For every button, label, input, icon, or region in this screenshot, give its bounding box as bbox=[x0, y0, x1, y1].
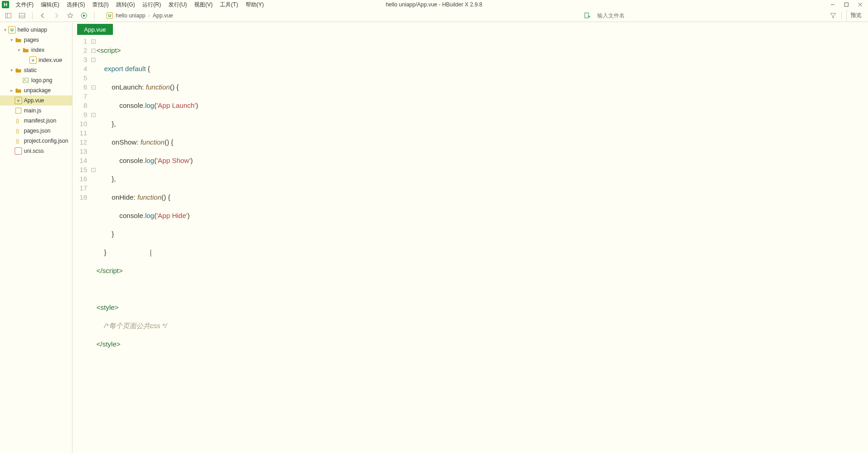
fold-toggle-icon[interactable]: − bbox=[91, 168, 95, 172]
minimize-button[interactable] bbox=[826, 0, 840, 9]
line-number: 4 bbox=[73, 64, 89, 73]
line-number: 5 bbox=[73, 73, 89, 83]
json-file-icon: {} bbox=[15, 117, 22, 124]
tab-label: App.vue bbox=[84, 26, 106, 33]
line-number: 12 bbox=[73, 138, 89, 147]
fold-toggle-icon[interactable]: − bbox=[91, 58, 95, 62]
project-icon: U bbox=[106, 12, 113, 19]
tree-twisty-icon[interactable]: ▾ bbox=[8, 68, 15, 73]
app-logo-icon: H bbox=[2, 1, 9, 8]
tree-label: manifest.json bbox=[24, 117, 56, 124]
folder-icon bbox=[15, 67, 22, 74]
svg-rect-11 bbox=[585, 13, 588, 18]
folder-icon bbox=[15, 87, 22, 94]
menu-publish[interactable]: 发行(U) bbox=[165, 0, 191, 10]
fold-toggle-icon[interactable]: − bbox=[91, 85, 95, 89]
svg-point-16 bbox=[24, 79, 25, 80]
line-number: 2 bbox=[73, 46, 89, 55]
tree-file-project-config[interactable]: {}project.config.json bbox=[0, 136, 72, 146]
vue-file-icon: V bbox=[15, 97, 22, 104]
svg-rect-15 bbox=[23, 78, 28, 83]
tree-file-uni-scss[interactable]: uni.scss bbox=[0, 146, 72, 156]
menu-goto[interactable]: 跳转(G) bbox=[112, 0, 139, 10]
tree-file-pages-json[interactable]: {}pages.json bbox=[0, 126, 72, 136]
vue-file-icon: V bbox=[29, 56, 37, 64]
line-number: 3 bbox=[73, 55, 89, 64]
line-number: 14 bbox=[73, 156, 89, 165]
editor: App.vue 1 2 3 4 5 6 7 8 9 10 11 12 13 14… bbox=[73, 22, 868, 453]
run-play-icon[interactable] bbox=[80, 12, 88, 19]
menu-find[interactable]: 查找(I) bbox=[89, 0, 112, 10]
json-file-icon: {} bbox=[15, 137, 22, 145]
line-number: 17 bbox=[73, 184, 89, 193]
star-icon[interactable] bbox=[67, 12, 74, 19]
svg-marker-14 bbox=[830, 13, 836, 18]
line-number: 1 bbox=[73, 37, 89, 46]
svg-text:{}: {} bbox=[16, 129, 19, 134]
tree-label: index.vue bbox=[39, 57, 62, 63]
svg-rect-6 bbox=[19, 13, 25, 18]
toolbar-separator bbox=[94, 12, 95, 19]
tree-twisty-icon[interactable]: ▾ bbox=[16, 48, 22, 52]
maximize-button[interactable] bbox=[840, 0, 853, 9]
project-icon: U bbox=[8, 26, 16, 34]
close-button[interactable] bbox=[853, 0, 867, 9]
new-file-icon[interactable] bbox=[583, 12, 591, 19]
filename-input[interactable] bbox=[595, 11, 825, 20]
tree-label: unpackage bbox=[24, 87, 51, 94]
line-number: 18 bbox=[73, 193, 89, 202]
nav-forward-icon[interactable] bbox=[53, 12, 60, 19]
line-number: 9 bbox=[73, 110, 89, 119]
text-cursor-icon bbox=[151, 250, 151, 257]
menu-view[interactable]: 视图(V) bbox=[190, 0, 216, 10]
breadcrumb: U hello uniapp › App.vue bbox=[106, 12, 173, 19]
tree-label: project.config.json bbox=[24, 138, 68, 144]
menu-file[interactable]: 文件(F) bbox=[12, 0, 37, 10]
tree-file-index-vue[interactable]: Vindex.vue bbox=[0, 55, 72, 65]
menu-help[interactable]: 帮助(Y) bbox=[242, 0, 268, 10]
fold-toggle-icon[interactable]: − bbox=[91, 39, 95, 44]
tree-folder-index[interactable]: ▾index bbox=[0, 45, 72, 55]
tree-twisty-icon[interactable]: ▾ bbox=[8, 38, 15, 42]
titlebar: H 文件(F) 编辑(E) 选择(S) 查找(I) 跳转(G) 运行(R) 发行… bbox=[0, 0, 868, 9]
tree-folder-static[interactable]: ▾static bbox=[0, 65, 72, 75]
tree-project-root[interactable]: ▾Uhello uniapp bbox=[0, 25, 72, 35]
breadcrumb-project[interactable]: hello uniapp bbox=[116, 12, 146, 19]
panel-left-icon[interactable] bbox=[5, 12, 12, 19]
menu-select[interactable]: 选择(S) bbox=[63, 0, 89, 10]
line-number: 13 bbox=[73, 147, 89, 156]
code-content[interactable]: <script> export default { onLaunch: func… bbox=[96, 35, 868, 453]
fold-toggle-icon[interactable]: − bbox=[91, 113, 95, 117]
tree-file-app-vue[interactable]: VApp.vue bbox=[0, 95, 72, 106]
tree-label: index bbox=[31, 47, 45, 53]
line-number: 10 bbox=[73, 119, 89, 129]
tab-app-vue[interactable]: App.vue bbox=[77, 24, 113, 35]
line-number-gutter: 1 2 3 4 5 6 7 8 9 10 11 12 13 14 15 16 1… bbox=[73, 35, 90, 453]
svg-rect-1 bbox=[845, 3, 848, 6]
menubar: H 文件(F) 编辑(E) 选择(S) 查找(I) 跳转(G) 运行(R) 发行… bbox=[0, 0, 268, 10]
tree-twisty-icon[interactable]: ▾ bbox=[2, 28, 8, 32]
filter-icon[interactable] bbox=[829, 12, 837, 19]
json-file-icon: {} bbox=[15, 127, 22, 134]
preview-button[interactable]: 预览 bbox=[846, 9, 865, 22]
image-file-icon bbox=[22, 77, 29, 84]
breadcrumb-file[interactable]: App.vue bbox=[153, 12, 173, 19]
nav-back-icon[interactable] bbox=[39, 12, 46, 19]
tree-folder-unpackage[interactable]: ▸unpackage bbox=[0, 85, 72, 95]
tree-label: logo.png bbox=[31, 77, 52, 84]
code-area[interactable]: 1 2 3 4 5 6 7 8 9 10 11 12 13 14 15 16 1… bbox=[73, 35, 868, 453]
tree-twisty-icon[interactable]: ▸ bbox=[8, 88, 15, 93]
menu-tools[interactable]: 工具(T) bbox=[216, 0, 241, 10]
tree-file-main-js[interactable]: main.js bbox=[0, 106, 72, 116]
tree-file-logo-png[interactable]: logo.png bbox=[0, 75, 72, 85]
tree-file-manifest-json[interactable]: {}manifest.json bbox=[0, 116, 72, 126]
fold-toggle-icon[interactable]: − bbox=[91, 49, 95, 53]
js-file-icon bbox=[15, 107, 22, 114]
project-tree: ▾Uhello uniapp ▾pages ▾index Vindex.vue … bbox=[0, 22, 73, 453]
menu-run[interactable]: 运行(R) bbox=[139, 0, 165, 10]
svg-rect-17 bbox=[16, 108, 21, 113]
tree-label: hello uniapp bbox=[17, 27, 47, 33]
menu-edit[interactable]: 编辑(E) bbox=[37, 0, 63, 10]
panel-bottom-icon[interactable] bbox=[18, 12, 26, 19]
tree-folder-pages[interactable]: ▾pages bbox=[0, 35, 72, 45]
